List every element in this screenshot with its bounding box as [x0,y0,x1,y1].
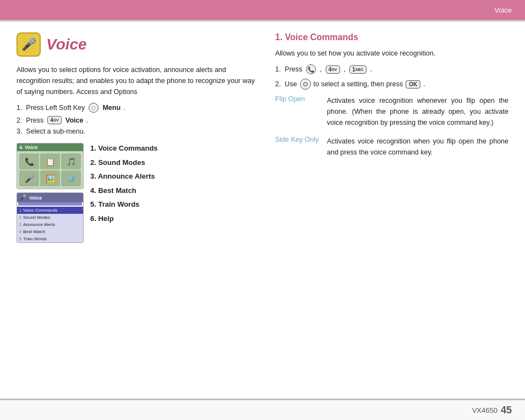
nav-icon: ⊙ [300,79,311,90]
pm2-item-4: 4 Best Match [17,228,83,235]
right-description: Allows you to set how you activate voice… [275,48,508,59]
step-2-key-label: Voice [65,117,83,124]
section-title: 1. Voice Commands [275,32,508,42]
right-step-1: 1. Press 📞 , 4GV , 1ABC . [275,64,508,74]
step-1-key-label: Menu [102,104,121,112]
model-label: VX4650 [472,406,497,415]
pm1-icon-6: ⚙️ [61,170,81,186]
step-3-text: 3. Select a sub-menu. [17,128,85,135]
def-term-flip-open: Flip Open [275,95,319,103]
submenu-item-4: 4. Best Match [90,185,158,196]
pm2-submenu-bar [18,202,82,206]
left-column: 🎤 Voice Allows you to select options for… [17,32,259,388]
def-row-side-key-only: Side Key Only Activates voice recognitio… [275,136,508,158]
pm2-item-5: 5 Train Words [17,235,83,242]
voice-title: Voice [46,36,87,53]
def-row-flip-open: Flip Open Activates voice recognition wh… [275,95,508,128]
right-step-2-num: 2. Use [275,80,297,88]
key-4gv-icon: 4GV [47,116,62,124]
bottom-bar: VX4650 45 [0,400,525,420]
top-bar-title: Voice [494,6,512,14]
ok-icon: OK [406,80,420,89]
def-term-side-key-only: Side Key Only [275,136,319,143]
content-area: 🎤 Voice Allows you to select options for… [0,21,525,399]
step-3: 3. Select a sub-menu. [17,128,259,135]
right-step-1-num: 1. Press [275,65,302,73]
phone-menu-1: 4. Voice 📞 📋 🎵 🎤 🖼️ ⚙️ [17,143,84,189]
step-2: 2. Press 4GV Voice. [17,116,259,124]
step-2-num: 2. Press [17,117,43,124]
step-1-num: 1. Press Left Soft Key [17,104,85,112]
phone-menu-2: 🎤 Voice 1 Voice Commands 2 Sound Modes [17,192,84,243]
pm2-item-2: 2 Sound Modes [17,214,83,221]
page-number: 45 [501,405,512,416]
pm2-header: 🎤 Voice [17,193,83,202]
pm1-icon-5: 🖼️ [40,170,60,186]
key-4gv-right-icon: 4GV [326,65,340,74]
comma-1: , [320,65,321,73]
pm2-items: 1 Voice Commands 2 Sound Modes 3 Announc… [17,207,83,242]
period-2: . [423,80,425,88]
comma-2: , [344,65,346,73]
pm1-icon-1: 📞 [19,153,39,169]
left-description: Allows you to select options for voice a… [17,64,259,97]
voice-icon: 🎤 [17,32,41,57]
right-step-2: 2. Use ⊙ to select a setting, then press… [275,79,508,90]
menu-area: 4. Voice 📞 📋 🎵 🎤 🖼️ ⚙️ 🎤 Voice [17,143,259,243]
definitions-table: Flip Open Activates voice recognition wh… [275,95,508,158]
period-1: . [370,65,372,73]
phone-key-icon: 📞 [306,64,316,74]
step-1: 1. Press Left Soft Key ◌ Menu. [17,103,259,113]
voice-header: 🎤 Voice [17,32,259,57]
key-1abc-icon: 1ABC [349,65,367,74]
pm1-icon-2: 📋 [40,153,60,169]
menu-images: 4. Voice 📞 📋 🎵 🎤 🖼️ ⚙️ 🎤 Voice [17,143,84,243]
pm1-icons: 📞 📋 🎵 🎤 🖼️ ⚙️ [17,151,83,189]
left-soft-key-icon: ◌ [89,103,99,113]
right-step-2-text: to select a setting, then press [314,80,403,88]
submenu-item-5: 5. Train Words [90,199,158,210]
right-column: 1. Voice Commands Allows you to set how … [275,32,508,388]
pm2-item-3: 3 Announce Alerts [17,221,83,228]
top-bar: Voice [0,0,525,20]
submenu-item-1: 1. Voice Commands [90,143,158,154]
pm2-item-1: 1 Voice Commands [17,207,83,214]
pm1-icon-3: 🎵 [61,153,81,169]
def-desc-flip-open: Activates voice recognition whenever you… [327,95,508,128]
submenu-list: 1. Voice Commands 2. Sound Modes 3. Anno… [90,143,158,227]
submenu-item-3: 3. Announce Alerts [90,171,158,182]
pm2-header-label: Voice [29,195,42,201]
submenu-item-2: 2. Sound Modes [90,157,158,168]
pm1-header: 4. Voice [17,143,83,151]
submenu-item-6: 6. Help [90,213,158,224]
def-desc-side-key-only: Activates voice recognition when you fli… [327,136,508,158]
pm1-icon-4: 🎤 [19,170,39,186]
